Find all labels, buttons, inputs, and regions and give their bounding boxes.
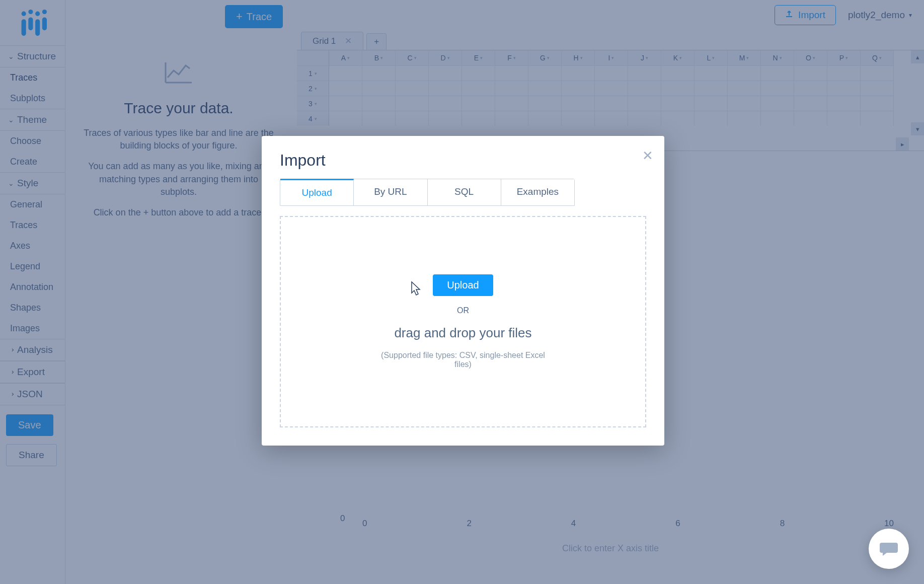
drag-drop-label: drag and drop your files — [394, 325, 531, 341]
modal-title: Import — [280, 151, 646, 170]
chat-widget[interactable] — [869, 529, 909, 569]
modal-tabs: Upload By URL SQL Examples — [280, 179, 575, 206]
upload-button[interactable]: Upload — [433, 274, 493, 296]
tab-examples[interactable]: Examples — [501, 179, 574, 205]
close-icon[interactable]: ✕ — [642, 148, 653, 164]
supported-types-hint: (Supported file types: CSV, single-sheet… — [372, 351, 554, 369]
tab-by-url[interactable]: By URL — [354, 179, 427, 205]
tab-sql[interactable]: SQL — [428, 179, 501, 205]
upload-dropzone[interactable]: Upload OR drag and drop your files (Supp… — [280, 216, 646, 427]
chat-icon — [879, 539, 899, 559]
import-modal: Import ✕ Upload By URL SQL Examples Uplo… — [262, 136, 664, 446]
tab-upload[interactable]: Upload — [280, 179, 354, 205]
or-label: OR — [457, 306, 469, 315]
